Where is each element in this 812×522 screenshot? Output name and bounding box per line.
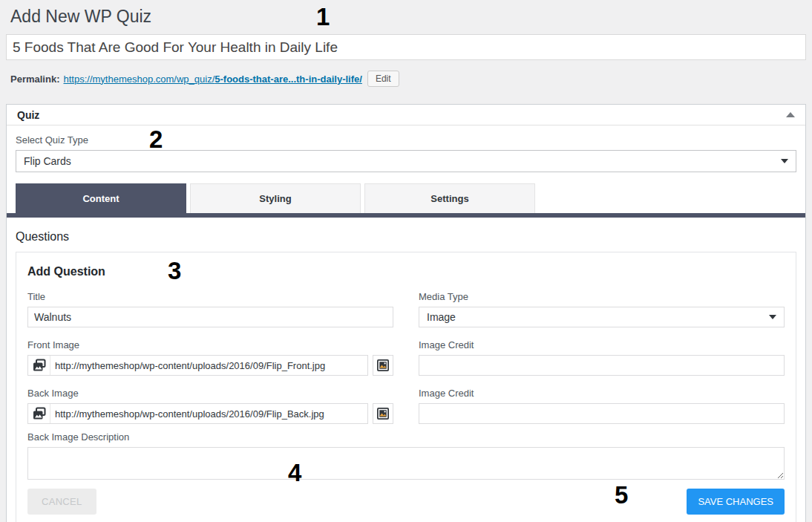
permalink: Permalink: https://mythemeshop.com/wp_qu… (10, 70, 802, 88)
quiz-title-input[interactable] (6, 34, 806, 60)
back-image-description-textarea[interactable] (27, 447, 785, 480)
permalink-slug: 5-foods-that-are...th-in-daily-life/ (215, 74, 362, 85)
media-type-select[interactable]: Image (419, 307, 785, 327)
edit-permalink-button[interactable]: Edit (367, 71, 399, 87)
back-image-url-input[interactable] (50, 404, 367, 423)
back-image-url-wrap (27, 403, 368, 424)
image-credit-label: Image Credit (419, 339, 785, 350)
annotation-step-number-4: 4 (288, 460, 301, 485)
tab-content[interactable]: Content (16, 183, 186, 213)
media-type-value: Image (427, 311, 456, 323)
front-image-label: Front Image (27, 339, 393, 350)
front-image-credit-field: Image Credit (419, 339, 785, 376)
back-image-description-label: Back Image Description (27, 431, 785, 443)
select-quiz-type-label: Select Quiz Type (16, 134, 796, 146)
permalink-base: https://mythemeshop.com/wp_quiz/ (63, 74, 215, 85)
front-image-url-input[interactable] (50, 356, 367, 375)
cancel-button[interactable]: CANCEL (27, 489, 96, 515)
media-library-icon[interactable] (28, 404, 50, 423)
back-image-field: Back Image (27, 388, 393, 424)
back-image-description-field: Back Image Description (27, 431, 785, 480)
front-image-credit-input[interactable] (419, 355, 785, 376)
back-image-upload-button[interactable] (373, 403, 393, 424)
back-image-label: Back Image (27, 388, 393, 399)
add-question-panel: Add Question Title Media Type Image Fron (16, 252, 796, 522)
tab-styling[interactable]: Styling (190, 183, 361, 213)
annotation-step-number-2: 2 (149, 127, 163, 151)
quiz-type-select[interactable]: Flip Cards (16, 150, 796, 172)
tab-settings[interactable]: Settings (364, 183, 535, 213)
questions-heading: Questions (16, 229, 796, 244)
media-library-icon[interactable] (28, 356, 50, 375)
permalink-label: Permalink: (10, 74, 59, 85)
image-icon (376, 407, 390, 420)
permalink-link[interactable]: https://mythemeshop.com/wp_quiz/5-foods-… (63, 74, 361, 85)
quiz-metabox-header[interactable]: Quiz (7, 105, 805, 125)
annotation-step-number-5: 5 (615, 483, 628, 507)
chevron-down-icon (781, 159, 788, 163)
quiz-tabs: Content Styling Settings (16, 183, 796, 213)
active-tab-underline (7, 213, 805, 218)
annotation-step-number-1: 1 (316, 4, 330, 29)
collapse-panel-icon[interactable] (786, 112, 795, 117)
front-image-upload-button[interactable] (373, 355, 393, 376)
back-image-credit-field: Image Credit (419, 388, 785, 424)
image-icon (376, 359, 390, 372)
add-question-heading: Add Question (27, 264, 785, 279)
quiz-type-value: Flip Cards (24, 155, 71, 167)
question-title-input[interactable] (27, 307, 393, 327)
title-label: Title (27, 291, 393, 302)
front-image-url-wrap (27, 355, 368, 376)
back-image-credit-input[interactable] (419, 403, 785, 424)
page-title: Add New WP Quiz (10, 6, 802, 27)
front-image-field: Front Image (27, 339, 393, 376)
annotation-step-number-3: 3 (168, 258, 181, 283)
image-credit-label: Image Credit (419, 388, 785, 399)
save-changes-button[interactable]: SAVE CHANGES (687, 489, 785, 515)
question-title-field: Title (27, 291, 393, 327)
media-type-label: Media Type (419, 291, 785, 302)
quiz-metabox-title: Quiz (17, 109, 39, 121)
chevron-down-icon (769, 315, 776, 319)
quiz-metabox: Quiz Select Quiz Type Flip Cards Content… (6, 104, 806, 522)
media-type-field: Media Type Image (419, 291, 785, 327)
